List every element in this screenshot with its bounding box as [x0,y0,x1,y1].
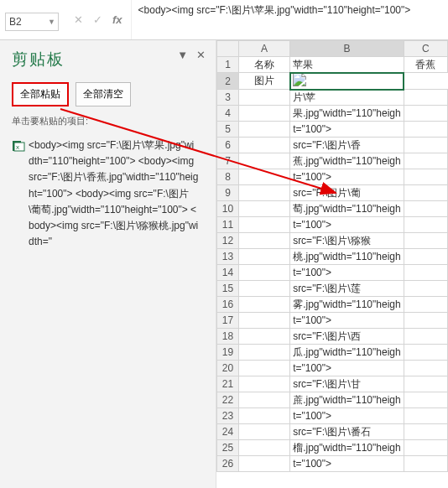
cell-A1[interactable]: 名称 [238,57,289,73]
cell-B1[interactable]: 苹果 [290,57,404,73]
spreadsheet-grid[interactable]: ABC1名称苹果香蕉2图片3片\苹4果.jpg"width="110"heigh… [216,40,448,488]
cell-B5[interactable]: t="100"> [290,122,404,138]
paste-all-button[interactable]: 全部粘贴 [12,82,69,106]
row-header[interactable]: 15 [217,281,239,297]
row-header[interactable]: 19 [217,345,239,361]
cell-A24[interactable] [238,424,289,440]
cell-A2[interactable]: 图片 [238,73,289,90]
select-all-cell[interactable] [217,41,239,57]
cell-C8[interactable] [404,169,447,185]
row-header[interactable]: 11 [217,217,239,233]
cell-B4[interactable]: 果.jpg"width="110"heigh [290,106,404,122]
row-header[interactable]: 10 [217,201,239,217]
cell-B9[interactable]: src="F:\图片\葡 [290,185,404,201]
row-header[interactable]: 3 [217,90,239,106]
row-header[interactable]: 8 [217,169,239,185]
row-header[interactable]: 2 [217,73,239,90]
clipboard-item[interactable]: x <body><img src="F:\图片\苹果.jpg"width="11… [12,138,204,250]
cell-B11[interactable]: t="100"> [290,217,404,233]
cell-B19[interactable]: 瓜.jpg"width="110"heigh [290,345,404,361]
chevron-down-icon[interactable]: ▼ [177,49,188,61]
row-header[interactable]: 13 [217,249,239,265]
cell-B24[interactable]: src="F:\图片\番石 [290,424,404,440]
cell-C12[interactable] [404,233,447,249]
cell-A16[interactable] [238,297,289,313]
cell-A14[interactable] [238,265,289,281]
cell-A18[interactable] [238,329,289,345]
cell-A5[interactable] [238,122,289,138]
cancel-icon[interactable]: ✕ [74,13,83,26]
cell-C2[interactable] [293,73,306,86]
cell-A7[interactable] [238,153,289,169]
cell-C23[interactable] [404,408,447,424]
cell-C25[interactable] [404,440,447,456]
cell-A13[interactable] [238,249,289,265]
row-header[interactable]: 18 [217,329,239,345]
cell-C13[interactable] [404,249,447,265]
cell-B10[interactable]: 萄.jpg"width="110"heigh [290,201,404,217]
cell-C17[interactable] [404,313,447,329]
cell-C7[interactable] [404,153,447,169]
column-header-C[interactable]: C [404,41,447,57]
row-header[interactable]: 25 [217,440,239,456]
cell-B20[interactable]: t="100"> [290,361,404,376]
cell-B6[interactable]: src="F:\图片\香 [290,138,404,153]
cell-B12[interactable]: src="F:\图片\猕猴 [290,233,404,249]
cell-A19[interactable] [238,345,289,361]
cell-C10[interactable] [404,201,447,217]
cell-B8[interactable]: t="100"> [290,169,404,185]
cell-B2[interactable] [290,73,404,90]
name-box[interactable]: B2 ▼ [5,13,59,31]
cell-A23[interactable] [238,408,289,424]
cell-C21[interactable] [404,376,447,392]
cell-B21[interactable]: src="F:\图片\甘 [290,376,404,392]
cell-A12[interactable] [238,233,289,249]
cell-C5[interactable] [404,122,447,138]
cell-B23[interactable]: t="100"> [290,408,404,424]
chevron-down-icon[interactable]: ▼ [48,18,55,26]
column-header-B[interactable]: B [290,41,404,57]
cell-B14[interactable]: t="100"> [290,265,404,281]
cell-B15[interactable]: src="F:\图片\莲 [290,281,404,297]
close-icon[interactable]: ✕ [196,49,206,61]
row-header[interactable]: 6 [217,138,239,153]
row-header[interactable]: 4 [217,106,239,122]
row-header[interactable]: 22 [217,392,239,408]
row-header[interactable]: 21 [217,376,239,392]
cell-A11[interactable] [238,217,289,233]
cell-B16[interactable]: 雾.jpg"width="110"heigh [290,297,404,313]
cell-C26[interactable] [404,456,447,472]
cell-C14[interactable] [404,265,447,281]
cell-A20[interactable] [238,361,289,376]
row-header[interactable]: 17 [217,313,239,329]
cell-C9[interactable] [404,185,447,201]
cell-C1[interactable]: 香蕉 [404,57,447,73]
cell-B17[interactable]: t="100"> [290,313,404,329]
row-header[interactable]: 16 [217,297,239,313]
cell-A4[interactable] [238,106,289,122]
cell-A22[interactable] [238,392,289,408]
cell-C15[interactable] [404,281,447,297]
cell-A17[interactable] [238,313,289,329]
cell-C11[interactable] [404,217,447,233]
cell-B7[interactable]: 蕉.jpg"width="110"heigh [290,153,404,169]
row-header[interactable]: 26 [217,456,239,472]
cell-A25[interactable] [238,440,289,456]
row-header[interactable]: 12 [217,233,239,249]
row-header[interactable]: 14 [217,265,239,281]
cell-C22[interactable] [404,392,447,408]
cell-A21[interactable] [238,376,289,392]
clear-all-button[interactable]: 全部清空 [76,82,131,106]
cell-B22[interactable]: 蔗.jpg"width="110"heigh [290,392,404,408]
cell-B25[interactable]: 榴.jpg"width="110"heigh [290,440,404,456]
cell-A6[interactable] [238,138,289,153]
column-header-A[interactable]: A [238,41,289,57]
cell-C4[interactable] [404,106,447,122]
cell-B26[interactable]: t="100"> [290,456,404,472]
row-header[interactable]: 5 [217,122,239,138]
cell-A3[interactable] [238,90,289,106]
cell-A8[interactable] [238,169,289,185]
row-header[interactable]: 7 [217,153,239,169]
row-header[interactable]: 23 [217,408,239,424]
cell-C18[interactable] [404,329,447,345]
